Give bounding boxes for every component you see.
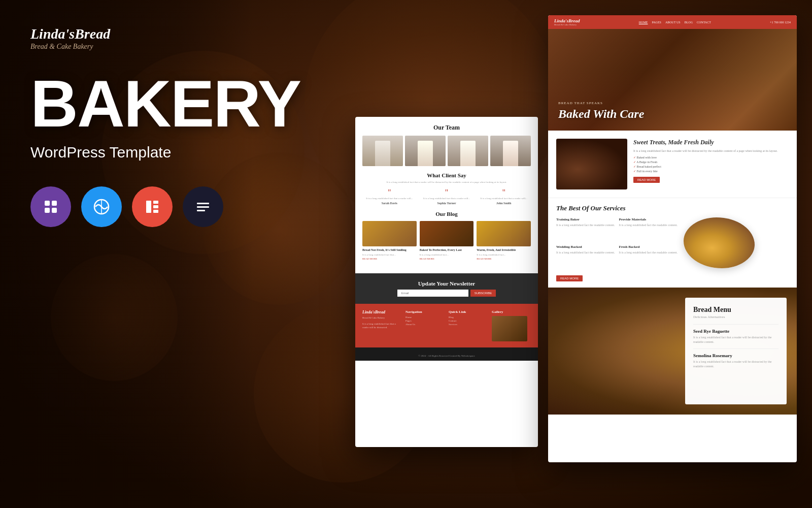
brand-name: Linda'sBread <box>30 25 244 43</box>
bread-menu-item-text-2: It is a long established fact that a rea… <box>693 360 779 369</box>
left-panel: Linda'sBread Bread & Cake Bakery BAKERY … <box>0 0 274 508</box>
svg-rect-7 <box>153 205 158 208</box>
wordpress-icon[interactable] <box>81 186 122 227</box>
footer-nav-link-1[interactable]: Home <box>405 316 445 319</box>
footer-col-quick: Quick Link Blog Contact Services <box>449 310 488 341</box>
service-bullet-1: Baked with love <box>633 155 777 159</box>
testimonials-grid: " It is a long established fact that a r… <box>362 188 531 205</box>
preview-nav-logo: Linda'sBread <box>554 18 580 23</box>
nav-link-blog[interactable]: BLOG <box>685 21 693 24</box>
preview-nav-phone: +1 700 000 1234 <box>770 21 791 24</box>
blog-item-text-3: It is a long established fact... <box>477 253 531 257</box>
newsletter-email-input[interactable] <box>397 290 468 297</box>
nav-link-pages[interactable]: PAGES <box>652 21 661 24</box>
hero-subtitle: BREAD THAT SPEAKS <box>558 101 644 105</box>
bread-menu-card-subtitle: Delicious Alternatives <box>693 315 779 319</box>
footer-tagline: Bread & Cake Bakery <box>362 316 401 320</box>
main-content: Linda'sBread Bread & Cake Bakery BAKERY … <box>0 0 812 508</box>
bread-menu-divider-2 <box>693 348 779 349</box>
elementor-icon[interactable] <box>132 186 173 227</box>
quote-icon-3: " <box>477 188 531 197</box>
service-image-inner <box>556 139 627 189</box>
best-services-image-col <box>684 217 755 268</box>
footer-quick-link-1[interactable]: Blog <box>449 316 488 319</box>
bread-menu-section: Bread Menu Delicious Alternatives Seed R… <box>548 288 797 415</box>
blog-item-text-1: It is a long established fact that... <box>362 253 417 257</box>
preview-right-screenshot: Linda'sBread Bread & Cake Bakery HOME PA… <box>548 15 797 462</box>
service-title: Sweet Treats, Made Fresh Daily <box>633 139 777 146</box>
testimonial-author-3: John Smith <box>477 202 531 205</box>
bread-menu-divider-1 <box>693 324 779 325</box>
svg-rect-9 <box>197 203 209 204</box>
best-service-name-1: Training Baker <box>556 217 615 221</box>
best-service-item-4: Fresh Backed It is a long established fa… <box>619 245 677 268</box>
svg-rect-0 <box>45 201 50 206</box>
footer-quick-link-3[interactable]: Services <box>449 323 488 326</box>
blog-read-more-1[interactable]: READ MORE <box>362 258 417 260</box>
preview-navbar: Linda'sBread Bread & Cake Bakery HOME PA… <box>548 15 797 29</box>
right-panel: Our Team <box>274 0 812 508</box>
footer-nav-link-3[interactable]: About Us <box>405 323 445 326</box>
footer-col-gallery: Gallery <box>492 310 531 341</box>
best-services-grid: Training Baker It is a long established … <box>556 217 678 268</box>
blog-img-2 <box>420 221 474 246</box>
service-bullet-2: A Bulge in Fresh <box>633 160 777 164</box>
blog-item-1: Bread Not Fresh, It's Still Smiling It i… <box>362 221 417 261</box>
testimonial-text-1: It is a long established fact that a rea… <box>362 197 417 200</box>
preview-nav-logo-group: Linda'sBread Bread & Cake Bakery <box>554 18 580 26</box>
services-section: Sweet Treats, Made Fresh Daily It is a l… <box>548 131 797 198</box>
preview-copyright: © 2024 - All Rights Reserved Created By … <box>355 347 538 361</box>
blog-img-1 <box>362 221 417 246</box>
service-description: It is a long established fact that a rea… <box>633 149 777 153</box>
bread-menu-card: Bread Menu Delicious Alternatives Seed R… <box>685 298 787 404</box>
brand-tagline: Bread & Cake Bakery <box>30 43 244 51</box>
svg-rect-2 <box>45 208 50 213</box>
preview-nav-links: HOME PAGES ABOUT US BLOG CONTACT <box>639 21 711 24</box>
nav-link-home[interactable]: HOME <box>639 21 648 24</box>
testimonial-text-3: It is a long established fact that a rea… <box>477 197 531 200</box>
svg-rect-6 <box>153 201 158 204</box>
uf-icon[interactable] <box>183 186 223 227</box>
footer-quick-title: Quick Link <box>449 310 488 314</box>
best-service-name-4: Fresh Backed <box>619 245 677 249</box>
service-read-more-button[interactable]: READ MORE <box>633 177 660 183</box>
plugin-icon[interactable] <box>30 186 71 227</box>
croissant-image <box>684 217 755 268</box>
bread-menu-item-2: Semolina Rosemary It is a long establish… <box>693 353 779 369</box>
testimonials-desc: It is a long established fact that a rea… <box>362 180 531 184</box>
footer-quick-link-2[interactable]: Contact <box>449 320 488 322</box>
testimonial-author-2: Sophia Turner <box>420 202 474 205</box>
blog-read-more-2[interactable]: READ MORE <box>420 258 474 260</box>
preview-footer: Linda'sBread Bread & Cake Bakery It is a… <box>355 304 538 347</box>
footer-col-nav: Navigation Home Pages About Us <box>405 310 445 341</box>
footer-nav-link-2[interactable]: Pages <box>405 320 445 322</box>
nav-link-contact[interactable]: CONTACT <box>697 21 711 24</box>
team-photo-3 <box>448 136 488 166</box>
svg-rect-10 <box>197 206 209 208</box>
svg-rect-11 <box>197 210 205 211</box>
newsletter-subscribe-button[interactable]: SUBSCRIBE <box>470 290 496 297</box>
quote-icon-2: " <box>420 188 474 197</box>
team-section: Our Team <box>355 117 538 273</box>
nav-link-about[interactable]: ABOUT US <box>665 21 681 24</box>
best-service-text-2: It is a long established fact the readab… <box>619 223 677 227</box>
service-image <box>556 139 627 189</box>
newsletter-section: Update Your Newsletter SUBSCRIBE <box>355 273 538 304</box>
best-services-title: The Best Of Our Services <box>556 204 789 212</box>
hero-text: BREAD THAT SPEAKS Baked With Care <box>558 101 644 120</box>
quote-icon-1: " <box>362 188 417 197</box>
testimonial-item-3: " It is a long established fact that a r… <box>477 188 531 205</box>
wp-template-label: WordPress Template <box>30 144 244 161</box>
testimonial-author-1: Sarah Davis <box>362 202 417 205</box>
best-service-name-3: Wedding Backed <box>556 245 615 249</box>
bread-menu-item-name-1: Seed Rye Baguette <box>693 329 779 334</box>
preview-nav-logo-sub: Bread & Cake Bakery <box>554 23 580 26</box>
blog-img-3 <box>477 221 531 246</box>
blog-item-title-2: Baked To Perfection, Every Last <box>420 248 474 252</box>
blog-read-more-3[interactable]: READ MORE <box>477 258 531 260</box>
best-services-container: Training Baker It is a long established … <box>556 217 789 268</box>
footer-logo: Linda'sBread <box>362 310 401 314</box>
blog-item-2: Baked To Perfection, Every Last It is a … <box>420 221 474 261</box>
best-services-read-more-button[interactable]: READ MORE <box>556 275 583 281</box>
footer-col-brand: Linda'sBread Bread & Cake Bakery It is a… <box>362 310 401 341</box>
